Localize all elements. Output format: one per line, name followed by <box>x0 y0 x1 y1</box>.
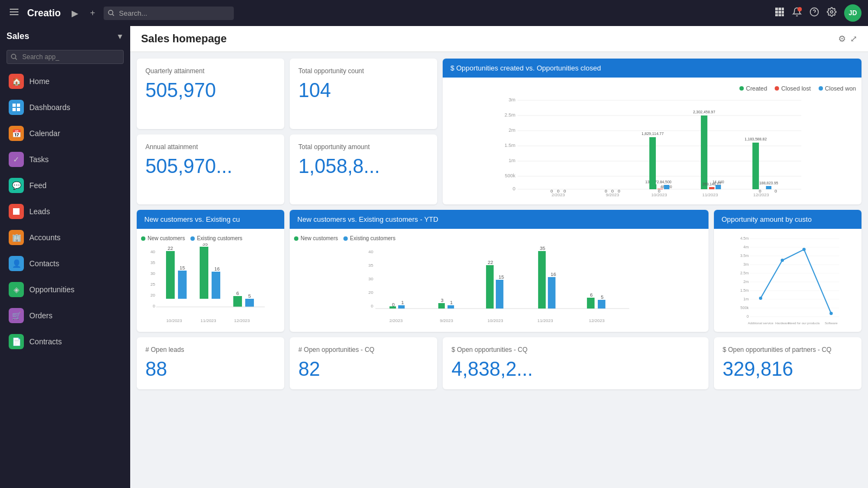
annual-attainment-title: Annual attainment <box>145 143 276 151</box>
svg-text:30: 30 <box>150 271 155 276</box>
svg-text:500k: 500k <box>741 306 749 310</box>
sidebar-item-calendar[interactable]: 📅 Calendar <box>0 120 130 146</box>
svg-text:9/2023: 9/2023 <box>440 318 454 323</box>
new-vs-existing-ytd-card: New customers vs. Existing customers - Y… <box>290 210 709 332</box>
sidebar-search-input[interactable] <box>7 50 124 64</box>
sidebar-item-feed[interactable]: 💬 Feed <box>0 172 130 198</box>
accounts-icon: 🏢 <box>9 230 24 245</box>
play-button[interactable]: ▶ <box>68 6 81 21</box>
open-leads-value: 88 <box>145 358 276 381</box>
sidebar-item-contacts[interactable]: 👤 Contacts <box>0 251 130 277</box>
logo: Creatio <box>27 8 61 19</box>
home-icon: 🏠 <box>9 74 24 89</box>
svg-rect-112 <box>496 280 503 309</box>
svg-rect-115 <box>538 251 546 309</box>
svg-text:Additional service: Additional service <box>748 322 774 325</box>
sidebar-item-dashboards[interactable]: Dashboards <box>0 94 130 120</box>
topbar: Creatio ▶ + JD <box>0 0 868 26</box>
svg-rect-19 <box>12 104 16 107</box>
svg-point-16 <box>831 10 833 13</box>
svg-text:15: 15 <box>499 274 504 280</box>
svg-text:188,823.95: 188,823.95 <box>760 181 778 185</box>
sidebar-item-leads-label: Leads <box>29 207 50 216</box>
svg-text:2.5m: 2.5m <box>505 112 515 118</box>
svg-rect-117 <box>548 277 556 309</box>
svg-text:0: 0 <box>775 189 777 194</box>
svg-rect-120 <box>587 298 595 309</box>
svg-text:1,183,588.82: 1,183,588.82 <box>745 137 767 141</box>
annual-attainment-card: Annual attainment 505,970... <box>137 134 284 205</box>
opportunities-chart-svg: 3m 2.5m 2m 1.5m 1m 500k 0 <box>448 94 856 197</box>
svg-rect-7 <box>782 8 784 10</box>
settings-button[interactable] <box>827 7 837 20</box>
sidebar-item-contracts[interactable]: 📄 Contracts <box>0 329 130 355</box>
svg-rect-77 <box>200 247 208 299</box>
new-vs-existing-chart: 22 15 10/2023 35 16 11/2023 6 <box>141 243 280 325</box>
settings-page-button[interactable]: ⚙ <box>838 34 846 44</box>
svg-text:5: 5 <box>601 294 603 300</box>
annual-attainment-value: 505,970... <box>145 155 276 178</box>
svg-text:4m: 4m <box>743 245 749 249</box>
svg-rect-105 <box>438 303 445 309</box>
svg-rect-5 <box>775 8 778 10</box>
expand-page-button[interactable]: ⤢ <box>850 34 857 44</box>
sidebar-item-feed-label: Feed <box>29 181 47 190</box>
svg-rect-100 <box>390 306 396 309</box>
svg-text:Need for our products: Need for our products <box>788 322 820 325</box>
ytd-legend-existing: Existing customers <box>350 235 395 241</box>
calendar-icon: 📅 <box>9 126 24 141</box>
sidebar-item-contacts-label: Contacts <box>29 259 59 268</box>
total-opportunity-count-card: Total opportunity count 104 <box>290 59 437 129</box>
svg-text:2m: 2m <box>743 280 749 284</box>
opportunities-chart-legend: Created Closed lost Closed won <box>448 83 856 94</box>
sidebar-dropdown-icon[interactable]: ▼ <box>116 32 124 41</box>
open-opp-partners-title: $ Open opportunities of partners - CQ <box>723 346 853 354</box>
svg-text:1: 1 <box>450 300 452 305</box>
svg-rect-110 <box>486 265 494 309</box>
sidebar-item-home[interactable]: 🏠 Home <box>0 68 130 94</box>
sidebar-item-orders[interactable]: 🛒 Orders <box>0 303 130 329</box>
apps-button[interactable] <box>775 7 784 20</box>
svg-point-17 <box>11 54 16 59</box>
page-title: Sales homepage <box>141 33 227 45</box>
notifications-button[interactable] <box>792 7 802 20</box>
sidebar-item-leads[interactable]: Leads <box>0 198 130 224</box>
feed-icon: 💬 <box>9 178 24 193</box>
svg-point-3 <box>108 10 113 15</box>
svg-rect-72 <box>166 251 175 299</box>
sidebar: Sales ▼ 🏠 Home Dashboards 📅 Calendar <box>0 26 130 488</box>
svg-text:6: 6 <box>590 292 592 298</box>
sidebar-item-opportunities[interactable]: ◈ Opportunities <box>0 277 130 303</box>
svg-text:10/2023: 10/2023 <box>488 318 503 323</box>
sidebar-item-orders-label: Orders <box>29 311 53 320</box>
help-button[interactable] <box>809 7 819 20</box>
user-avatar[interactable]: JD <box>844 4 861 22</box>
svg-rect-6 <box>778 8 781 10</box>
svg-point-145 <box>781 259 784 262</box>
menu-button[interactable] <box>7 5 22 21</box>
sidebar-item-home-label: Home <box>29 77 49 86</box>
svg-text:0: 0 <box>513 186 515 191</box>
tasks-icon: ✓ <box>9 152 24 167</box>
total-opportunity-count-value: 104 <box>298 79 429 102</box>
opportunities-chart-card: $ Opportunities created vs. Opportunitie… <box>443 59 861 204</box>
svg-text:1.5m: 1.5m <box>740 288 749 292</box>
svg-text:14,440: 14,440 <box>712 180 724 184</box>
new-vs-existing-ytd-chart: 40 35 30 20 0 0 1 2/2023 3 <box>294 243 704 325</box>
add-button[interactable]: + <box>87 6 98 20</box>
svg-rect-107 <box>448 305 454 309</box>
svg-text:9/2023: 9/2023 <box>606 192 620 197</box>
svg-text:2,302,458.97: 2,302,458.97 <box>693 110 716 114</box>
svg-text:15: 15 <box>180 265 185 271</box>
sidebar-item-tasks[interactable]: ✓ Tasks <box>0 146 130 172</box>
open-leads-card: # Open leads 88 <box>137 337 284 389</box>
svg-rect-2 <box>10 14 18 15</box>
svg-text:40: 40 <box>150 249 155 254</box>
svg-text:40: 40 <box>368 249 373 254</box>
sidebar-item-accounts[interactable]: 🏢 Accounts <box>0 224 130 251</box>
global-search-input[interactable] <box>104 7 234 20</box>
svg-rect-84 <box>245 299 254 307</box>
svg-text:22: 22 <box>488 260 493 265</box>
svg-text:12/2023: 12/2023 <box>234 318 250 323</box>
svg-text:0: 0 <box>746 314 749 318</box>
